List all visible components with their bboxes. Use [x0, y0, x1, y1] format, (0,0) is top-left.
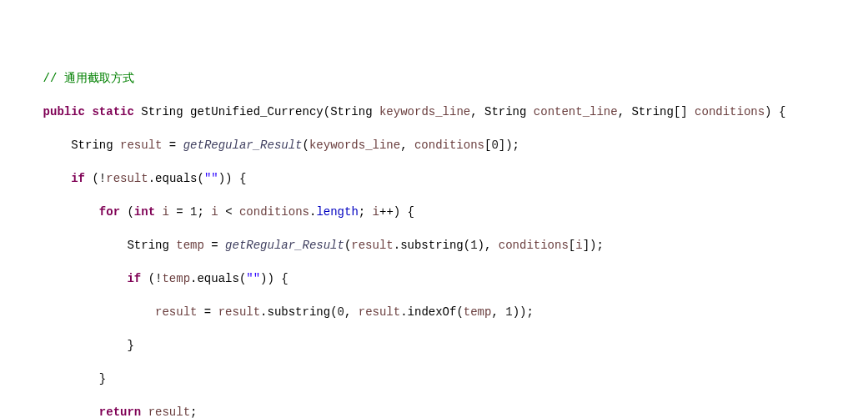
param-conditions: conditions [499, 239, 569, 252]
call-substring: substring [268, 305, 331, 319]
var-temp: temp [176, 239, 204, 252]
kw-if: if [71, 172, 85, 185]
code-line: public static String getUnified_Currency… [15, 103, 861, 120]
var-i: i [162, 205, 168, 219]
var-result: result [148, 405, 190, 418]
code-line: String result = getRegular_Result(keywor… [15, 137, 861, 154]
var-result: result [218, 305, 260, 319]
member-length: length [316, 205, 358, 219]
code-line: } [15, 370, 861, 387]
type-string: String [71, 138, 113, 152]
method-name: getUnified_Currency [190, 105, 324, 118]
type-string: String [484, 105, 526, 118]
lit-zero: 0 [338, 305, 344, 319]
var-temp: temp [162, 272, 190, 285]
var-temp: temp [464, 305, 492, 319]
code-line: if (!temp.equals("")) { [15, 270, 861, 287]
param-content-line: content_line [534, 105, 618, 118]
var-i: i [575, 239, 582, 252]
var-i: i [211, 205, 218, 219]
fn-helper: getRegular_Result [183, 138, 303, 152]
var-result: result [351, 239, 393, 252]
var-result: result [106, 172, 148, 185]
code-line: return result; [15, 404, 861, 418]
param-conditions: conditions [239, 205, 309, 219]
lit-zero: 0 [491, 138, 498, 152]
code-line: String temp = getRegular_Result(result.s… [15, 237, 861, 254]
type-string: String [141, 105, 183, 118]
lit-one: 1 [505, 305, 512, 319]
call-substring: substring [400, 239, 464, 252]
comment: // 通用截取方式 [43, 72, 134, 85]
call-equals: equals [155, 172, 197, 185]
lit-one: 1 [190, 205, 197, 219]
call-indexof: indexOf [408, 305, 457, 319]
code-line: } [15, 337, 861, 354]
var-result: result [359, 305, 400, 319]
var-result: result [155, 305, 197, 319]
code-line: result = result.substring(0, result.inde… [15, 304, 861, 320]
code-line: for (int i = 1; i < conditions.length; i… [15, 204, 861, 220]
lit-one: 1 [470, 239, 477, 252]
param-conditions: conditions [695, 105, 765, 118]
type-string: String [330, 105, 372, 118]
call-equals: equals [197, 272, 238, 285]
code-line: if (!result.equals("")) { [15, 170, 861, 187]
kw-int: int [134, 205, 155, 219]
param-keywords-line: keywords_line [309, 138, 400, 152]
param-conditions: conditions [414, 138, 484, 152]
param-keywords-line: keywords_line [379, 105, 470, 118]
lit-empty: "" [246, 272, 260, 285]
lit-empty: "" [204, 172, 218, 185]
code-line: // 通用截取方式 [15, 70, 861, 87]
var-i: i [373, 205, 379, 219]
kw-if: if [127, 272, 141, 285]
var-result: result [120, 138, 162, 152]
kw-return: return [99, 405, 141, 418]
type-string: String [127, 239, 168, 252]
kw-static: static [92, 105, 133, 118]
type-string-arr: String[] [631, 105, 687, 118]
kw-for: for [99, 205, 120, 219]
kw-public: public [43, 105, 85, 118]
fn-helper: getRegular_Result [225, 239, 344, 252]
